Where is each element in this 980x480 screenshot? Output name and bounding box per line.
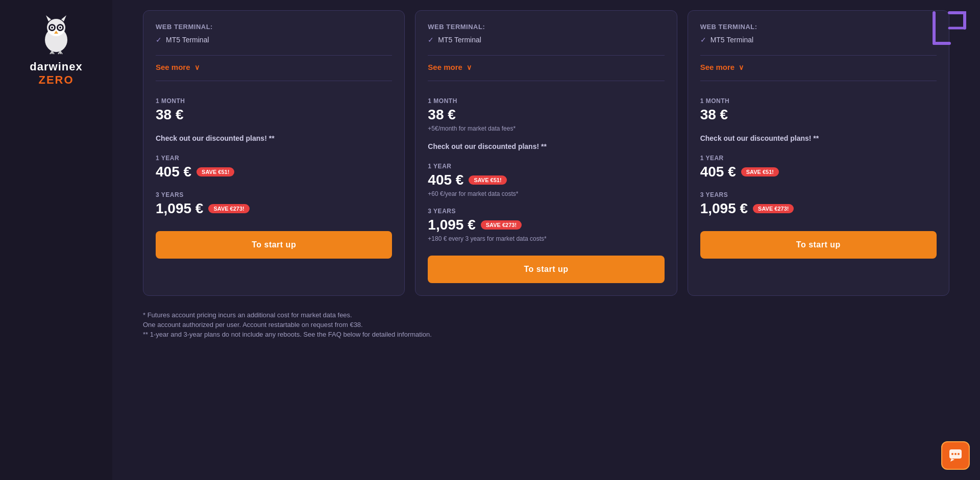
one-year-label-2: 1 YEAR	[428, 163, 664, 170]
one-month-price-3: 38 €	[700, 107, 728, 123]
one-year-extra-2: +60 €/year for market data costs*	[428, 190, 664, 197]
three-years-price-3: 1,095 €	[700, 200, 748, 217]
one-year-label-1: 1 YEAR	[156, 155, 392, 162]
discount-label-3: Check out our discounted plans! **	[700, 134, 937, 142]
owl-logo-icon	[36, 15, 77, 56]
check-icon-3: ✓	[700, 36, 706, 44]
svg-marker-3	[61, 15, 66, 21]
divider-1b	[156, 81, 392, 81]
mt5-terminal-2: ✓ MT5 Terminal	[428, 36, 664, 44]
divider-1a	[156, 55, 392, 56]
three-years-label-3: 3 YEARS	[700, 191, 937, 198]
one-year-label-3: 1 YEAR	[700, 155, 937, 162]
footer-note-3: ** 1-year and 3-year plans do not includ…	[143, 331, 949, 338]
chat-icon	[948, 448, 963, 463]
one-year-price-row-2: 405 € SAVE €51!	[428, 172, 664, 188]
one-month-label-1: 1 MONTH	[156, 97, 392, 105]
one-year-badge-2: SAVE €51!	[469, 175, 506, 185]
svg-point-8	[51, 27, 53, 29]
svg-point-20	[954, 453, 957, 455]
plan-card-2: Web Terminal: ✓ MT5 Terminal See more ∨ …	[415, 10, 677, 296]
plans-grid: Web Terminal: ✓ MT5 Terminal See more ∨ …	[143, 10, 949, 296]
one-month-extra-2: +5€/month for market data fees*	[428, 125, 664, 132]
logo: darwinex ZERO	[30, 15, 82, 87]
three-years-label-2: 3 YEARS	[428, 208, 664, 215]
start-up-button-1[interactable]: To start up	[156, 231, 392, 259]
brand-sub: ZERO	[38, 73, 74, 87]
divider-3b	[700, 81, 937, 81]
chevron-down-icon-2: ∨	[467, 63, 472, 71]
footer-notes: * Futures account pricing incurs an addi…	[143, 311, 949, 340]
three-years-price-1: 1,095 €	[156, 200, 203, 217]
three-years-extra-2: +180 € every 3 years for market data cos…	[428, 235, 664, 242]
one-month-price-1: 38 €	[156, 107, 184, 123]
chat-button[interactable]	[941, 441, 970, 470]
one-year-price-row-3: 405 € SAVE €51!	[700, 164, 937, 180]
svg-point-9	[59, 27, 61, 29]
see-more-button-2[interactable]: See more ∨	[428, 63, 664, 71]
web-terminal-label-3: Web Terminal:	[700, 23, 937, 31]
one-year-price-3: 405 €	[700, 164, 736, 180]
top-right-brand-icon	[929, 8, 970, 48]
svg-point-21	[958, 453, 960, 455]
check-icon-2: ✓	[428, 36, 434, 44]
divider-3a	[700, 55, 937, 56]
see-more-button-3[interactable]: See more ∨	[700, 63, 937, 71]
mt5-terminal-1: ✓ MT5 Terminal	[156, 36, 392, 44]
three-years-price-row-1: 1,095 € SAVE €273!	[156, 200, 392, 217]
three-years-badge-3: SAVE €273!	[753, 204, 794, 213]
three-years-price-row-3: 1,095 € SAVE €273!	[700, 200, 937, 217]
one-month-label-2: 1 MONTH	[428, 97, 664, 105]
start-up-button-2[interactable]: To start up	[428, 256, 664, 283]
discount-label-2: Check out our discounted plans! **	[428, 142, 664, 150]
sidebar: darwinex ZERO	[0, 0, 112, 480]
three-years-badge-2: SAVE €273!	[481, 220, 522, 230]
one-month-label-3: 1 MONTH	[700, 97, 937, 105]
plan-card-3: Web Terminal: ✓ MT5 Terminal See more ∨ …	[688, 10, 949, 296]
three-years-price-row-2: 1,095 € SAVE €273!	[428, 217, 664, 233]
one-month-price-row-2: 38 €	[428, 107, 664, 123]
one-year-price-1: 405 €	[156, 164, 191, 180]
brand-name: darwinex	[30, 60, 82, 73]
web-terminal-label-2: Web Terminal:	[428, 23, 664, 31]
divider-2b	[428, 81, 664, 81]
divider-2a	[428, 55, 664, 56]
start-up-button-3[interactable]: To start up	[700, 231, 937, 259]
plan-card-1: Web Terminal: ✓ MT5 Terminal See more ∨ …	[143, 10, 405, 296]
mt5-terminal-3: ✓ MT5 Terminal	[700, 36, 937, 44]
three-years-label-1: 3 YEARS	[156, 191, 392, 198]
footer-note-1: * Futures account pricing incurs an addi…	[143, 311, 949, 319]
one-month-price-row-1: 38 €	[156, 107, 392, 123]
svg-marker-18	[950, 459, 954, 462]
chevron-down-icon-1: ∨	[194, 63, 200, 71]
three-years-badge-1: SAVE €273!	[208, 204, 249, 213]
main-content: Web Terminal: ✓ MT5 Terminal See more ∨ …	[112, 0, 980, 371]
one-year-badge-1: SAVE €51!	[197, 167, 234, 176]
discount-label-1: Check out our discounted plans! **	[156, 134, 392, 142]
see-more-button-1[interactable]: See more ∨	[156, 63, 392, 71]
web-terminal-label-1: Web Terminal:	[156, 23, 392, 31]
one-month-price-row-3: 38 €	[700, 107, 937, 123]
chevron-down-icon-3: ∨	[739, 63, 744, 71]
svg-point-19	[951, 453, 953, 455]
one-year-price-2: 405 €	[428, 172, 463, 188]
footer-note-2: One account authorized per user. Account…	[143, 321, 949, 329]
one-year-badge-3: SAVE €51!	[741, 167, 779, 176]
check-icon-1: ✓	[156, 36, 162, 44]
svg-marker-2	[46, 15, 51, 21]
three-years-price-2: 1,095 €	[428, 217, 475, 233]
one-month-price-2: 38 €	[428, 107, 456, 123]
one-year-price-row-1: 405 € SAVE €51!	[156, 164, 392, 180]
